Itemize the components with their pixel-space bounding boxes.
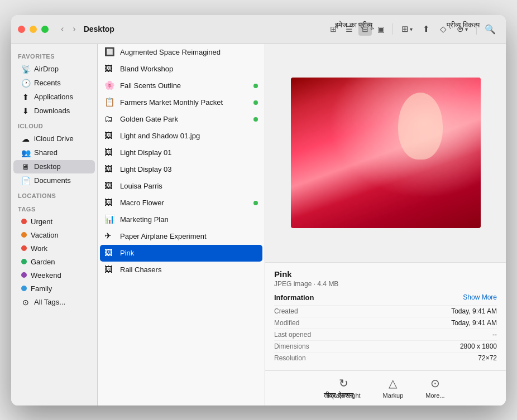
toolbar-separator-1	[392, 23, 393, 35]
forward-button[interactable]: ›	[69, 23, 79, 35]
preview-panel: Pink JPEG image · 4.4 MB Information Sho…	[265, 44, 506, 405]
dimensions-key: Dimensions	[274, 342, 309, 350]
back-button[interactable]: ‹	[58, 23, 67, 35]
view-gallery-button[interactable]: ▣	[374, 22, 388, 36]
modified-val: Today, 9:41 AM	[451, 319, 497, 327]
rail-file-icon: 🖼	[104, 264, 116, 276]
sidebar-item-vacation[interactable]: Vacation	[13, 229, 95, 242]
bland-file-icon: 🖼	[104, 64, 116, 75]
pink-file-icon: 🖼	[104, 248, 116, 259]
augmented-file-icon: 🔲	[104, 47, 116, 58]
view-list-button[interactable]: ☰	[342, 22, 356, 36]
sidebar-item-downloads[interactable]: ⬇ Downloads	[13, 104, 95, 118]
rotate-right-button[interactable]: ↻ Rotate Right	[326, 376, 360, 399]
sidebar-garden-label: Garden	[31, 258, 55, 266]
sidebar-item-documents[interactable]: 📄 Documents	[13, 174, 95, 187]
more-button[interactable]: ⊙ ▾	[453, 22, 472, 36]
file-item-farmers[interactable]: 📋 Farmers Market Monthly Packet	[98, 94, 265, 111]
sidebar-item-airdrop[interactable]: 📡 AirDrop	[13, 62, 95, 76]
bland-file-name: Bland Workshop	[120, 65, 258, 73]
file-item-macro[interactable]: 🖼 Macro Flower	[98, 195, 265, 211]
garden-tag-dot	[21, 259, 27, 264]
file-item-pink[interactable]: 🖼 Pink	[100, 245, 262, 262]
paper-file-name: Paper Airplane Experiment	[120, 232, 258, 240]
rotate-right-label: Rotate Right	[326, 392, 360, 399]
tag-button[interactable]: ◇	[436, 22, 451, 36]
preview-image	[291, 78, 481, 228]
file-item-light-shadow[interactable]: 🖼 Light and Shadow 01.jpg	[98, 128, 265, 144]
file-item-light-display-01[interactable]: 🖼 Light Display 01	[98, 144, 265, 161]
file-item-light-display-03[interactable]: 🖼 Light Display 03	[98, 161, 265, 178]
main-content: Favorites 📡 AirDrop 🕐 Recents ⬆ Applicat…	[11, 44, 506, 405]
sidebar-item-applications[interactable]: ⬆ Applications	[13, 90, 95, 104]
file-item-augmented[interactable]: 🔲 Augmented Space Reimagined	[98, 44, 265, 61]
airdrop-icon: 📡	[21, 65, 30, 74]
view-icon-button[interactable]: ⊞	[327, 22, 340, 36]
sidebar-item-desktop[interactable]: 🖥 Desktop	[13, 160, 95, 173]
nav-buttons: ‹ ›	[58, 23, 79, 35]
light-display-03-icon: 🖼	[104, 164, 116, 175]
macro-file-name: Macro Flower	[120, 199, 251, 207]
toolbar-separator-2	[476, 23, 477, 35]
sidebar-recents-label: Recents	[34, 79, 61, 87]
finder-window: ‹ › Desktop ⊞ ☰ ⊟ ▣ ⊞ ▾ ⬆ ◇ ⊙ ▾ 🔍 इमेज क…	[11, 15, 506, 405]
preview-filetype: JPEG image · 4.4 MB	[274, 280, 497, 288]
sidebar: Favorites 📡 AirDrop 🕐 Recents ⬆ Applicat…	[11, 44, 98, 405]
traffic-lights	[18, 26, 49, 33]
share-button[interactable]: ⬆	[419, 22, 434, 36]
file-item-fall[interactable]: 🌸 Fall Scents Outline	[98, 78, 265, 94]
more-actions-button[interactable]: ⊙ More...	[425, 376, 444, 399]
title-bar: ‹ › Desktop ⊞ ☰ ⊟ ▣ ⊞ ▾ ⬆ ◇ ⊙ ▾ 🔍	[11, 15, 506, 44]
shared-icon: 👥	[21, 148, 30, 157]
info-row-modified: Modified Today, 9:41 AM	[274, 317, 497, 329]
light-display-01-icon: 🖼	[104, 147, 116, 158]
file-item-bland[interactable]: 🖼 Bland Workshop	[98, 61, 265, 78]
sidebar-airdrop-label: AirDrop	[34, 65, 59, 73]
sidebar-item-shared[interactable]: 👥 Shared	[13, 146, 95, 160]
sidebar-item-work[interactable]: Work	[13, 242, 95, 255]
info-row-dimensions: Dimensions 2800 x 1800	[274, 340, 497, 352]
sidebar-icloud-drive-label: iCloud Drive	[34, 134, 74, 143]
more-actions-icon: ⊙	[430, 376, 440, 390]
urgent-tag-dot	[21, 219, 27, 224]
marketing-file-name: Marketing Plan	[120, 215, 258, 224]
maximize-button[interactable]	[41, 26, 49, 33]
pink-file-name: Pink	[120, 249, 258, 257]
resolution-key: Resolution	[274, 354, 306, 362]
golden-status-dot	[253, 117, 258, 122]
preview-info: Pink JPEG image · 4.4 MB Information Sho…	[265, 262, 506, 370]
sidebar-item-garden[interactable]: Garden	[13, 255, 95, 268]
farmers-file-icon: 📋	[104, 97, 116, 108]
icloud-drive-icon: ☁	[21, 134, 30, 143]
markup-button[interactable]: △ Markup	[383, 376, 404, 399]
sidebar-item-urgent[interactable]: Urgent	[13, 215, 95, 228]
icloud-header: iCloud	[11, 118, 97, 132]
toolbar-right: ⊞ ☰ ⊟ ▣ ⊞ ▾ ⬆ ◇ ⊙ ▾ 🔍	[327, 22, 499, 37]
search-button[interactable]: 🔍	[481, 22, 499, 37]
light-display-03-name: Light Display 03	[120, 165, 258, 173]
sidebar-item-icloud-drive[interactable]: ☁ iCloud Drive	[13, 132, 95, 146]
preview-image-area	[265, 44, 506, 262]
sidebar-downloads-label: Downloads	[34, 107, 70, 115]
applications-icon: ⬆	[21, 93, 30, 102]
minimize-button[interactable]	[30, 26, 37, 33]
file-item-paper[interactable]: ✈ Paper Airplane Experiment	[98, 228, 265, 245]
rail-file-name: Rail Chasers	[120, 265, 258, 274]
file-item-louisa[interactable]: 🖼 Louisa Parris	[98, 178, 265, 195]
sidebar-item-weekend[interactable]: Weekend	[13, 269, 95, 282]
fall-status-dot	[253, 84, 258, 88]
louisa-file-name: Louisa Parris	[120, 182, 258, 190]
file-item-marketing[interactable]: 📊 Marketing Plan	[98, 211, 265, 228]
view-column-button[interactable]: ⊟	[358, 22, 372, 36]
markup-icon: △	[389, 376, 397, 390]
group-button[interactable]: ⊞ ▾	[398, 22, 417, 36]
file-item-golden[interactable]: 🗂 Golden Gate Park	[98, 111, 265, 128]
sidebar-item-all-tags[interactable]: ⊙ All Tags...	[13, 296, 95, 309]
augmented-file-name: Augmented Space Reimagined	[120, 48, 258, 56]
show-more-link[interactable]: Show More	[463, 293, 497, 301]
close-button[interactable]	[18, 26, 25, 33]
file-item-rail[interactable]: 🖼 Rail Chasers	[98, 262, 265, 278]
sidebar-item-recents[interactable]: 🕐 Recents	[13, 76, 95, 90]
sidebar-item-family[interactable]: Family	[13, 282, 95, 295]
desktop-icon: 🖥	[21, 162, 30, 171]
